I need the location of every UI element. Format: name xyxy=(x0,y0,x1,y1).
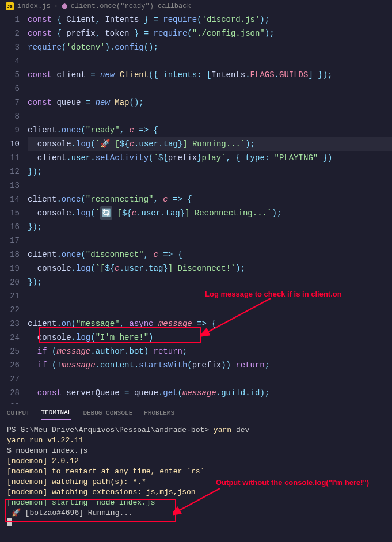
line-number: 2 xyxy=(0,26,20,40)
line-number: 18 xyxy=(0,248,20,261)
line-number: 1 xyxy=(0,13,20,26)
tab-terminal[interactable]: TERMINAL xyxy=(41,409,72,420)
line-number: 13 xyxy=(0,179,20,192)
code-line[interactable]: }); xyxy=(28,275,392,289)
panel-tabs: OUTPUT TERMINAL DEBUG CONSOLE PROBLEMS xyxy=(0,404,392,420)
line-number: 24 xyxy=(0,331,20,344)
line-number: 8 xyxy=(0,109,20,123)
line-number: 7 xyxy=(0,96,20,109)
line-number: 21 xyxy=(0,289,20,303)
js-file-icon: JS xyxy=(6,2,14,10)
line-number: 11 xyxy=(0,151,20,165)
line-number: 16 xyxy=(0,220,20,234)
code-line[interactable] xyxy=(28,289,392,303)
code-line[interactable] xyxy=(28,82,392,96)
terminal-line: [nodemon] 2.0.12 xyxy=(7,456,385,467)
line-number: 5 xyxy=(0,68,20,82)
terminal-line: [nodemon] watching extensions: js,mjs,js… xyxy=(7,487,385,498)
line-number: 27 xyxy=(0,372,20,386)
line-number: 10 xyxy=(0,137,20,151)
code-line[interactable]: client.once("reconnecting", c => { xyxy=(28,192,392,206)
line-number: 23 xyxy=(0,317,20,331)
code-line[interactable] xyxy=(28,54,392,68)
breadcrumb-file[interactable]: index.js xyxy=(17,2,51,10)
terminal-line: 🚀 [botzão#4696] Running... xyxy=(7,508,385,518)
code-line[interactable] xyxy=(28,303,392,317)
code-editor[interactable]: 1234567891011121314151617181920212223242… xyxy=(0,13,392,404)
code-line[interactable]: require('dotenv').config(); xyxy=(28,40,392,54)
line-number: 3 xyxy=(0,40,20,54)
breadcrumb[interactable]: JS index.js › ⬢ client.once("ready") cal… xyxy=(0,0,392,13)
code-line[interactable]: const { Client, Intents } = require('dis… xyxy=(28,13,392,26)
code-line[interactable] xyxy=(28,372,392,386)
line-number: 4 xyxy=(0,54,20,68)
terminal-output[interactable]: PS G:\Meu Drive\Arquivos\Pessoal\andrade… xyxy=(0,420,392,541)
code-line[interactable]: client.once("ready", c => { xyxy=(28,123,392,137)
tab-problems[interactable]: PROBLEMS xyxy=(144,410,174,420)
tab-output[interactable]: OUTPUT xyxy=(7,410,30,420)
line-number: 12 xyxy=(0,165,20,179)
code-line[interactable]: if (message.author.bot) return; xyxy=(28,344,392,358)
line-number: 9 xyxy=(0,123,20,137)
terminal-line: $ nodemon index.js xyxy=(7,446,385,456)
code-line[interactable]: const serverQueue = queue.get(message.gu… xyxy=(28,386,392,400)
line-number: 22 xyxy=(0,303,20,317)
line-number: 14 xyxy=(0,192,20,206)
terminal-line: [nodemon] to restart at any time, enter … xyxy=(7,467,385,477)
line-number: 15 xyxy=(0,206,20,220)
line-number: 26 xyxy=(0,358,20,372)
tab-debug-console[interactable]: DEBUG CONSOLE xyxy=(83,410,132,420)
code-content[interactable]: const { Client, Intents } = require('dis… xyxy=(28,13,392,404)
code-line[interactable]: }); xyxy=(28,220,392,234)
code-line[interactable]: if (!message.content.startsWith(prefix))… xyxy=(28,358,392,372)
code-line[interactable] xyxy=(28,179,392,192)
code-line[interactable]: console.log(`🚀 [${c.user.tag}] Running..… xyxy=(28,137,392,151)
terminal-line: [nodemon] watching path(s): *.* xyxy=(7,477,385,487)
line-number: 19 xyxy=(0,261,20,275)
code-line[interactable]: console.log(`🔄 [${c.user.tag}] Reconnect… xyxy=(28,206,392,220)
code-line[interactable]: console.log("I'm here!") xyxy=(28,331,392,344)
terminal-line: yarn run v1.22.11 xyxy=(7,435,385,446)
code-line[interactable]: const queue = new Map(); xyxy=(28,96,392,109)
line-number: 17 xyxy=(0,234,20,248)
line-number: 25 xyxy=(0,344,20,358)
method-icon: ⬢ xyxy=(62,2,67,11)
terminal-line: PS G:\Meu Drive\Arquivos\Pessoal\andrade… xyxy=(7,425,385,435)
code-line[interactable]: const client = new Client({ intents: [In… xyxy=(28,68,392,82)
code-line[interactable] xyxy=(28,234,392,248)
line-number: 20 xyxy=(0,275,20,289)
breadcrumb-method[interactable]: client.once("ready") callback xyxy=(71,2,191,10)
code-line[interactable] xyxy=(28,109,392,123)
code-line[interactable]: console.log(`[${c.user.tag}] Disconnect!… xyxy=(28,261,392,275)
code-line[interactable]: client.user.setActivity(`${prefix}play`,… xyxy=(28,151,392,165)
breadcrumb-sep: › xyxy=(54,2,58,10)
code-line[interactable]: client.on("message", async message => { xyxy=(28,317,392,331)
line-number: 28 xyxy=(0,386,20,400)
code-line[interactable]: client.once("disconnect", c => { xyxy=(28,248,392,261)
terminal-line: [nodemon] starting `node index.js` xyxy=(7,498,385,508)
line-number: 6 xyxy=(0,82,20,96)
code-line[interactable]: const { prefix, token } = require("./con… xyxy=(28,26,392,40)
line-number-gutter: 1234567891011121314151617181920212223242… xyxy=(0,13,28,404)
code-line[interactable]: }); xyxy=(28,165,392,179)
